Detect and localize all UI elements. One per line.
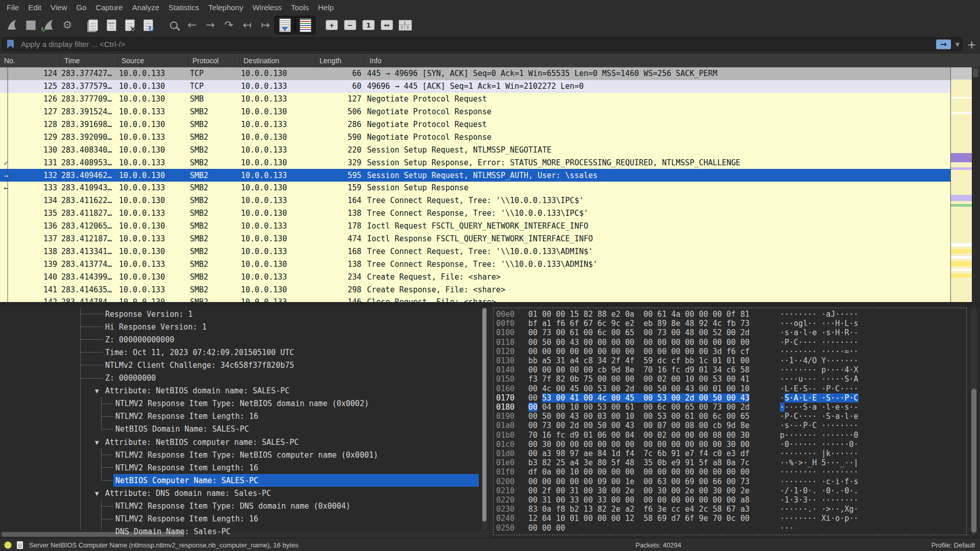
scrollbar-nub[interactable]: [973, 68, 978, 77]
hex-row[interactable]: 01b070 16 fc d9 01 06 00 04 00 02 00 00 …: [492, 431, 980, 440]
hex-bytes[interactable]: 00 4c 00 45 00 53 00 2d 00 50 00 43 00 0…: [528, 384, 749, 393]
find-packet-button[interactable]: [164, 16, 183, 34]
hex-bytes[interactable]: 83 0a f8 b2 13 82 2e a2 f6 3e cc e4 2c 5…: [528, 505, 749, 514]
detail-row[interactable]: NetBIOS Computer Name: SALES-PC: [0, 474, 489, 487]
hex-ascii[interactable]: ···: [780, 523, 794, 533]
detail-row[interactable]: Z: 00000000: [0, 372, 489, 385]
detail-row[interactable]: Time: Oct 11, 2023 07:42:09.201505100 UT…: [0, 346, 489, 359]
column-separator[interactable]: [239, 55, 239, 66]
column-separator[interactable]: [117, 55, 118, 66]
packet-list-minimap-scrollbar[interactable]: [950, 67, 972, 302]
expand-triangle-icon[interactable]: ▼: [95, 490, 99, 496]
hex-bytes[interactable]: bb a5 31 a4 c8 34 2f 4f 59 dc cf bb 1c 0…: [528, 356, 749, 365]
menu-analyze[interactable]: Analyze: [128, 3, 164, 12]
reload-file-button[interactable]: ↻: [139, 16, 157, 34]
hex-bytes[interactable]: df 0a 00 10 00 00 00 00 00 00 00 00 00 0…: [528, 467, 749, 477]
packet-row[interactable]: 126283.377709…10.0.0.130SMB10.0.0.133127…: [0, 93, 950, 106]
expert-info-icon[interactable]: [4, 541, 12, 549]
filter-dropdown-caret-icon[interactable]: ▼: [955, 41, 960, 47]
packet-row[interactable]: 141283.414635…10.0.0.133SMB210.0.0.13029…: [0, 283, 950, 296]
hex-bytes[interactable]: 00 00 00 00 00 00 00 00 00 00 00 00 00 3…: [528, 347, 749, 356]
packet-row[interactable]: 136283.412065…10.0.0.130SMB210.0.0.13317…: [0, 220, 950, 233]
packet-row[interactable]: 125283.377579…10.0.0.130TCP10.0.0.133604…: [0, 80, 950, 93]
packet-row[interactable]: ←133283.410943…10.0.0.133SMB210.0.0.1301…: [0, 182, 950, 194]
colorize-toggle[interactable]: [295, 16, 315, 34]
go-first-packet-button[interactable]: ↤: [238, 16, 256, 34]
hex-bytes[interactable]: 00 a3 98 97 ae 84 1d f4 7c 6b 91 e7 f4 c…: [528, 449, 749, 458]
hex-bytes[interactable]: 01 00 00 15 82 88 e2 0a 00 61 4a 00 00 0…: [528, 310, 749, 319]
hex-bytes[interactable]: 00 30 00 00 00 00 00 00 00 00 00 00 00 0…: [528, 440, 749, 449]
hex-row[interactable]: 016000 4c 00 45 00 53 00 2d 00 50 00 43 …: [492, 384, 980, 393]
hex-row[interactable]: 0130bb a5 31 a4 c8 34 2f 4f 59 dc cf bb …: [492, 356, 980, 365]
capture-restart-button[interactable]: ↻: [40, 16, 58, 34]
detail-row[interactable]: NTLMV2 Response Item Type: NetBIOS domai…: [0, 397, 489, 410]
detail-row[interactable]: NTLMV2 Response Item Length: 16: [0, 513, 489, 525]
column-header-source[interactable]: Source: [121, 57, 144, 65]
packet-row[interactable]: ✓131283.408953…10.0.0.133SMB210.0.0.1303…: [0, 156, 950, 169]
packet-list-scrollbar-strip[interactable]: [972, 67, 980, 302]
go-forward-button[interactable]: →: [201, 16, 219, 34]
pane-splitter[interactable]: [0, 302, 980, 306]
hex-bytes[interactable]: 00 50 00 43 00 00 00 00 00 00 00 00 00 0…: [528, 338, 749, 347]
zoom-out-button[interactable]: −: [341, 16, 359, 34]
hex-ascii[interactable]: ······.· ·>··,Xg·: [780, 505, 859, 514]
hex-bytes[interactable]: bf a1 f6 6f 67 6c 9c e2 eb 89 8e 48 92 4…: [528, 319, 749, 328]
go-back-button[interactable]: ←: [183, 16, 201, 34]
open-file-button[interactable]: [84, 16, 102, 34]
packet-row[interactable]: 140283.414399…10.0.0.130SMB210.0.0.13323…: [0, 270, 950, 283]
go-last-packet-button[interactable]: ↦: [256, 16, 275, 34]
hex-row[interactable]: 01d000 a3 98 97 ae 84 1d f4 7c 6b 91 e7 …: [492, 449, 980, 458]
packet-row[interactable]: 139283.413774…10.0.0.133SMB210.0.0.13013…: [0, 258, 950, 270]
hex-ascii[interactable]: ·0······ ······0·: [780, 440, 859, 449]
hex-row[interactable]: 0150f3 7f 82 0b 75 00 00 00 00 02 00 10 …: [492, 374, 980, 384]
hex-bytes[interactable]: 00 00 00: [528, 523, 565, 533]
column-separator[interactable]: [315, 55, 316, 66]
status-profile[interactable]: Profile: Default: [932, 541, 975, 549]
detail-row[interactable]: NTLMV2 Response Item Type: DNS domain na…: [0, 500, 489, 513]
hex-ascii[interactable]: ·····S·a ·l·e·s·-: [780, 403, 859, 412]
column-header-time[interactable]: Time: [64, 57, 80, 65]
detail-row[interactable]: NTLMV2 Response Item Type: NetBIOS compu…: [0, 448, 489, 461]
detail-row[interactable]: NTLMV2 Response Item Length: 16: [0, 410, 489, 423]
detail-row[interactable]: NTLMV2 Response Item Length: 16: [0, 461, 489, 474]
packet-row[interactable]: 134283.411622…10.0.0.130SMB210.0.0.13316…: [0, 194, 950, 207]
hex-row[interactable]: 024012 04 10 01 00 00 00 12 58 69 d7 6f …: [492, 514, 980, 523]
close-file-button[interactable]: ×: [120, 16, 139, 34]
detail-row[interactable]: ▼Attribute: NetBIOS computer name: SALES…: [0, 436, 489, 448]
hex-ascii[interactable]: ········ Xi·o·p··: [780, 514, 859, 523]
detail-vertical-scrollbar[interactable]: [482, 307, 487, 530]
hex-ascii[interactable]: ··1··4/O Y·······: [780, 356, 859, 365]
detail-row[interactable]: ▼Attribute: NetBIOS domain name: SALES-P…: [0, 385, 489, 397]
hex-bytes[interactable]: 00 00 00 00 00 09 00 1e 00 63 00 69 00 6…: [528, 477, 749, 486]
menu-tools[interactable]: Tools: [286, 3, 313, 12]
hex-bytes[interactable]: 00 04 00 10 00 53 00 61 00 6c 00 65 00 7…: [528, 403, 749, 412]
column-header-no[interactable]: No.: [4, 57, 15, 65]
detail-row[interactable]: Hi Response Version: 1: [0, 320, 489, 333]
packet-row[interactable]: →132283.409462…10.0.0.130SMB210.0.0.1335…: [0, 169, 950, 182]
menu-help[interactable]: Help: [313, 3, 338, 12]
hex-ascii[interactable]: ·S·A·L·E ·S·-·P·C: [780, 393, 859, 403]
hex-bytes[interactable]: b3 82 25 a4 3e 80 5f 48 35 0b e9 91 5f a…: [528, 458, 749, 467]
packet-row[interactable]: 124283.377427…10.0.0.133TCP10.0.0.130664…: [0, 67, 950, 80]
packet-row[interactable]: 128283.391698…10.0.0.130SMB210.0.0.13328…: [0, 118, 950, 131]
menu-file[interactable]: File: [2, 3, 23, 12]
menu-capture[interactable]: Capture: [91, 3, 127, 12]
expand-triangle-icon[interactable]: ▼: [95, 439, 99, 445]
column-header-protocol[interactable]: Protocol: [192, 57, 218, 65]
hex-bytes[interactable]: f3 7f 82 0b 75 00 00 00 00 02 00 10 00 5…: [528, 374, 749, 384]
hex-row[interactable]: 01a000 73 00 2d 00 50 00 43 00 07 00 08 …: [492, 421, 980, 430]
detail-row[interactable]: NetBIOS Domain Name: SALES-PC: [0, 423, 489, 436]
hex-ascii[interactable]: ········ |k······: [780, 449, 859, 458]
column-separator[interactable]: [188, 55, 188, 66]
hex-ascii[interactable]: ····u··· ·····S·A: [780, 374, 859, 384]
hex-row[interactable]: 00e001 00 00 15 82 88 e2 0a 00 61 4a 00 …: [492, 310, 980, 319]
hex-row[interactable]: 018000 04 00 10 00 53 00 61 00 6c 00 65 …: [492, 403, 980, 412]
hex-ascii[interactable]: ·/·1·0·. ·0·.·0·.: [780, 486, 859, 495]
scrollbar-handle[interactable]: [971, 389, 976, 533]
layout-button[interactable]: 123: [396, 16, 414, 34]
column-separator[interactable]: [363, 55, 364, 66]
hex-row[interactable]: 01e0b3 82 25 a4 3e 80 5f 48 35 0b e9 91 …: [492, 458, 980, 467]
menu-wireless[interactable]: Wireless: [248, 3, 286, 12]
hex-row[interactable]: 014000 00 00 00 00 cb 9d 8e 70 16 fc d9 …: [492, 365, 980, 374]
hex-ascii[interactable]: ·s·a·l·e ·s·H·R·-: [780, 328, 859, 337]
